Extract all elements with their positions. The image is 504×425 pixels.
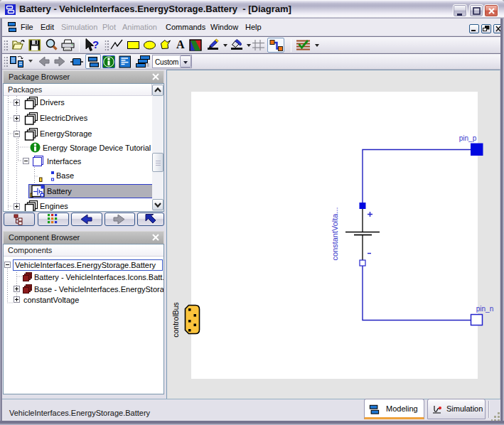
svg-text:pin_n: pin_n xyxy=(476,305,493,313)
svg-text:constantVolta...: constantVolta... xyxy=(331,207,339,260)
svg-text:controlBus: controlBus xyxy=(171,302,180,338)
svg-text:?: ? xyxy=(92,38,99,50)
svg-text:pin_p: pin_p xyxy=(459,134,477,142)
